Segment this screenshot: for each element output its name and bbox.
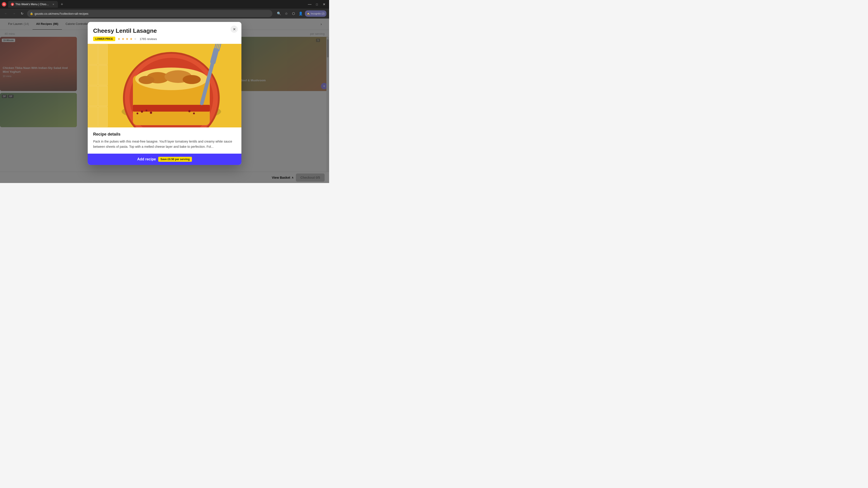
grid-cell-5 [88, 86, 98, 106]
refresh-button[interactable]: ↻ [19, 10, 25, 17]
address-bar: ← → ↻ 🔒 gousto.co.uk/menu?collection=all… [0, 8, 329, 19]
modal-title: Cheesy Lentil Lasagne [93, 27, 236, 34]
modal-badges: LOWER PRICE ★ ★ ★ ★ ★ 1765 reviews [93, 37, 236, 41]
svg-point-13 [146, 109, 147, 111]
lasagne-illustration [88, 44, 241, 127]
star-1: ★ [118, 37, 121, 41]
toolbar-icons: 🔍 ☆ ⬡ 👤 🕵 Incognito (2) [276, 10, 327, 17]
page-content: For Lauren (14) All Recipes (86) Calorie… [0, 19, 329, 183]
svg-point-10 [138, 76, 154, 84]
profile-icon[interactable]: 👤 [298, 10, 304, 17]
svg-point-17 [136, 112, 138, 114]
add-recipe-label: Add recipe [137, 157, 156, 161]
lock-icon: 🔒 [30, 12, 33, 15]
active-tab[interactable]: g This Week's Menu | Choose Fro... ✕ [8, 1, 58, 8]
star-2: ★ [122, 37, 125, 41]
grid-cell-3 [88, 65, 98, 86]
tab-bar: G g This Week's Menu | Choose Fro... ✕ +… [0, 0, 329, 8]
svg-point-15 [188, 110, 191, 112]
svg-point-14 [150, 111, 152, 114]
search-icon[interactable]: 🔍 [276, 10, 282, 17]
maximize-button[interactable]: □ [314, 1, 320, 7]
url-bar[interactable]: 🔒 gousto.co.uk/menu?collection=all-recip… [27, 10, 272, 17]
url-text: gousto.co.uk/menu?collection=all-recipes [35, 12, 270, 15]
star-icon[interactable]: ☆ [283, 10, 289, 17]
recipe-details-title: Recipe details [93, 132, 236, 137]
minimize-button[interactable]: — [307, 1, 313, 7]
grid-cell-6 [98, 86, 107, 106]
star-rating: ★ ★ ★ ★ ★ [118, 37, 137, 41]
svg-point-12 [141, 110, 143, 113]
window-controls: — □ ✕ [307, 1, 327, 7]
star-3: ★ [126, 37, 129, 41]
grid-cell-4 [98, 65, 107, 86]
tab-favicon: g [11, 3, 14, 6]
modal-body: Recipe details Pack in the pulses with t… [88, 127, 241, 154]
add-recipe-button[interactable]: Add recipe Save £0.50 per serving [88, 154, 241, 165]
modal-close-button[interactable]: ✕ [230, 26, 238, 33]
back-button[interactable]: ← [3, 10, 9, 17]
browser-chrome: G g This Week's Menu | Choose Fro... ✕ +… [0, 0, 329, 19]
lower-price-badge: LOWER PRICE [93, 37, 115, 41]
svg-point-16 [193, 112, 195, 114]
new-tab-button[interactable]: + [59, 1, 65, 7]
grid-cell-2 [98, 44, 107, 65]
grid-cell-1 [88, 44, 98, 65]
save-badge: Save £0.50 per serving [158, 157, 192, 162]
tab-group-icon: G [2, 2, 6, 6]
close-window-button[interactable]: ✕ [321, 1, 327, 7]
star-4: ★ [130, 37, 133, 41]
tab-close-button[interactable]: ✕ [52, 2, 55, 6]
grid-cell-8 [98, 107, 107, 127]
svg-rect-11 [133, 105, 210, 111]
svg-point-9 [183, 75, 201, 84]
recipe-description: Pack in the pulses with this meat-free l… [93, 139, 236, 149]
recipe-modal: ✕ Cheesy Lentil Lasagne LOWER PRICE ★ ★ … [88, 22, 241, 165]
incognito-label: Incognito (2) [311, 12, 324, 15]
incognito-badge: 🕵 Incognito (2) [305, 10, 327, 17]
modal-image [88, 44, 241, 127]
star-5: ★ [134, 37, 137, 41]
tab-title: This Week's Menu | Choose Fro... [16, 3, 50, 6]
extensions-icon[interactable]: ⬡ [290, 10, 297, 17]
incognito-icon: 🕵 [307, 12, 310, 15]
close-icon: ✕ [233, 27, 236, 31]
forward-button[interactable]: → [11, 10, 17, 17]
review-count: 1765 reviews [140, 37, 157, 41]
image-grid-overlay [88, 44, 108, 127]
modal-header: Cheesy Lentil Lasagne LOWER PRICE ★ ★ ★ … [88, 22, 241, 44]
grid-cell-7 [88, 107, 98, 127]
